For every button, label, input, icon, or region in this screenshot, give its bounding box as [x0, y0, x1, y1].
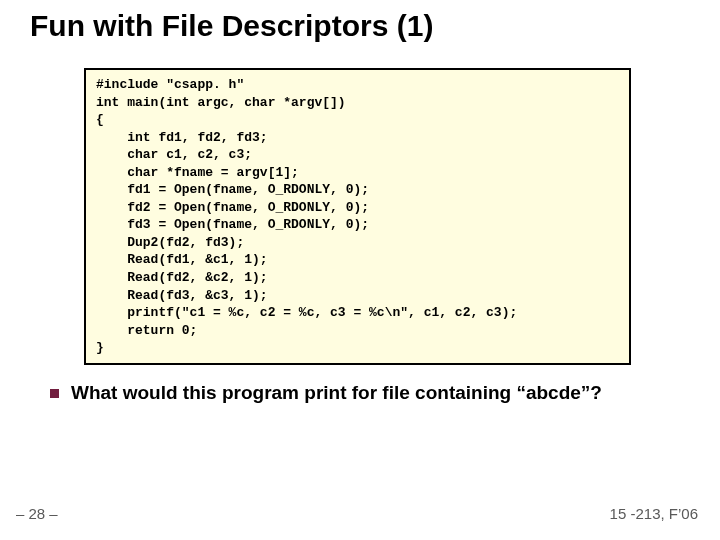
bullet-square-icon [50, 389, 59, 398]
page-number: – 28 – [16, 505, 58, 522]
slide-title: Fun with File Descriptors (1) [30, 9, 433, 43]
question-bullet: What would this program print for file c… [50, 382, 690, 404]
question-text: What would this program print for file c… [71, 382, 602, 403]
course-label: 15 -213, F’06 [610, 505, 698, 522]
code-block: #include "csapp. h" int main(int argc, c… [84, 68, 631, 365]
slide: Fun with File Descriptors (1) #include "… [0, 0, 720, 540]
